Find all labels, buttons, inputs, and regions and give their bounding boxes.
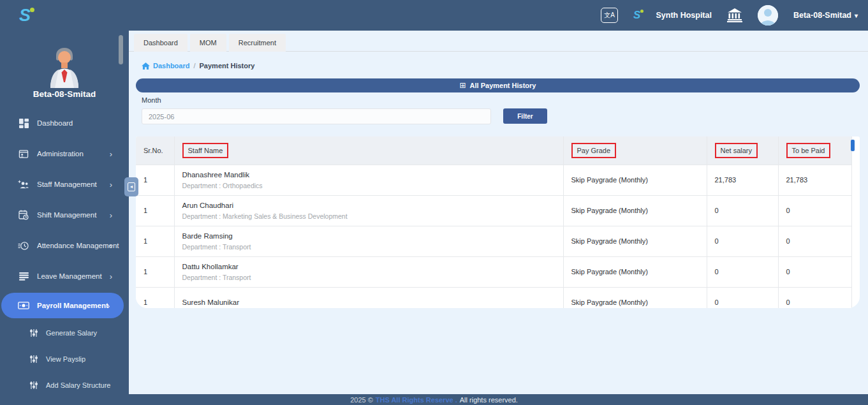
cell-staff: Suresh Malunikar (174, 287, 563, 308)
sidebar-item-label: Leave Management (37, 272, 102, 280)
sidebar-menu: Dashboard Administration › Staff Managem… (0, 108, 129, 395)
sidebar-item-label: Staff Management (37, 180, 97, 188)
month-input[interactable] (142, 108, 491, 124)
user-menu-label: Beta-08-Smitad (793, 11, 851, 20)
column-header-net-salary[interactable]: Net salary (707, 136, 778, 165)
profile-username: Beta-08-Smitad (0, 89, 129, 99)
cell-sr: 1 (136, 256, 174, 287)
sidebar-item-attendance-management[interactable]: Attendance Management › (0, 230, 129, 261)
payment-history-table: Sr.No. Staff Name Pay Grade Net salary T… (136, 136, 852, 308)
chevron-right-icon: › (110, 150, 112, 158)
chevron-right-icon: › (110, 242, 112, 250)
breadcrumb-home-link[interactable]: Dashboard (142, 62, 189, 70)
sidebar-item-shift-management[interactable]: Shift Management › (0, 200, 129, 230)
staff-icon (18, 179, 29, 189)
cell-to-be-paid: 0 (778, 195, 851, 226)
panel-header: ⊞ All Payment History (136, 78, 860, 92)
cell-pay-grade: Skip Paygrade (Monthly) (563, 165, 707, 195)
sidebar-collapse-button[interactable]: ◂ (124, 177, 138, 196)
sidebar-subitem-view-payslip[interactable]: View Payslip (0, 346, 129, 372)
highlight-box: To be Paid (786, 143, 831, 158)
column-header-to-be-paid[interactable]: To be Paid (778, 136, 851, 165)
cell-to-be-paid: 0 (778, 256, 851, 287)
highlight-box: Staff Name (182, 143, 229, 158)
top-navbar: S 文A S Synth Hospital Bet (0, 0, 868, 31)
table-scrollbar-thumb[interactable] (851, 140, 855, 151)
translate-icon[interactable]: 文A (601, 8, 618, 23)
staff-department: Department : Orthopaedics (182, 182, 563, 189)
payroll-icon (18, 300, 29, 311)
user-menu[interactable]: Beta-08-Smitad ▾ (793, 11, 858, 20)
cell-staff: Barde Ramsing Department : Transport (174, 226, 563, 256)
highlight-box: Pay Grade (571, 143, 617, 158)
filter-button[interactable]: Filter (503, 108, 547, 124)
s-logo-small: S (633, 9, 640, 22)
staff-department: Department : Marketing Sales & Business … (182, 212, 563, 220)
sidebar-item-administration[interactable]: Administration › (0, 138, 129, 169)
s-logo-small-dot (640, 10, 644, 13)
cell-pay-grade: Skip Paygrade (Monthly) (563, 287, 707, 308)
chevron-right-icon: › (107, 302, 110, 310)
cell-to-be-paid: 21,783 (778, 165, 851, 195)
administration-icon (18, 149, 29, 159)
cell-sr: 1 (136, 195, 174, 226)
staff-name: Arun Chaudhari (182, 202, 563, 209)
home-icon (142, 63, 150, 70)
tab-mom[interactable]: MOM (190, 34, 226, 52)
shift-icon (18, 210, 29, 220)
translate-glyph: 文A (604, 11, 615, 20)
footer-link[interactable]: THS All Rights Reserve . (376, 396, 457, 404)
month-label: Month (142, 96, 161, 104)
footer: 2025 © THS All Rights Reserve . All righ… (0, 394, 868, 405)
staff-name: Dhanashree Mandlik (182, 171, 563, 179)
sidebar-item-label: Administration (37, 150, 84, 158)
staff-name: Suresh Malunikar (182, 298, 563, 306)
user-avatar[interactable] (758, 5, 778, 26)
cell-net-salary: 21,783 (707, 165, 778, 195)
tab-dashboard[interactable]: Dashboard (134, 34, 188, 52)
user-avatar-icon (758, 5, 778, 26)
sidebar: Beta-08-Smitad Dashboard Administration … (0, 31, 129, 395)
staff-department: Department : Transport (182, 274, 563, 281)
cell-net-salary: 0 (707, 195, 778, 226)
breadcrumb: Dashboard / Payment History (142, 62, 254, 70)
sidebar-item-leave-management[interactable]: Leave Management › (0, 261, 129, 291)
cell-staff: Dhanashree Mandlik Department : Orthopae… (174, 165, 563, 195)
table-row[interactable]: 1 Dhanashree Mandlik Department : Orthop… (136, 165, 851, 195)
sidebar-item-label: Shift Management (37, 211, 96, 219)
column-header-sr-no[interactable]: Sr.No. (136, 136, 174, 165)
page-scrollbar-thumb[interactable] (119, 35, 123, 64)
table-row[interactable]: 1 Suresh Malunikar Skip Paygrade (Monthl… (136, 287, 851, 308)
table-row[interactable]: 1 Dattu Khollamkar Department : Transpor… (136, 256, 851, 287)
tab-strip: Dashboard MOM Recruitment (129, 34, 868, 52)
staff-name: Barde Ramsing (182, 232, 563, 240)
bank-icon[interactable] (727, 8, 742, 22)
app-logo[interactable]: S (19, 6, 30, 26)
table-row[interactable]: 1 Barde Ramsing Department : Transport S… (136, 226, 851, 256)
breadcrumb-separator: / (193, 62, 195, 70)
sidebar-subitem-generate-salary[interactable]: Generate Salary (0, 320, 129, 346)
cell-to-be-paid: 0 (778, 226, 851, 256)
table-row[interactable]: 1 Arun Chaudhari Department : Marketing … (136, 195, 851, 226)
sliders-icon (29, 328, 39, 337)
tab-label: Recruitment (239, 39, 276, 47)
sidebar-item-staff-management[interactable]: Staff Management › (0, 169, 129, 200)
sidebar-subitem-label: View Payslip (46, 355, 85, 363)
sidebar-item-label: Attendance Management (37, 242, 119, 249)
sliders-icon (29, 355, 39, 364)
chevron-down-icon: ▾ (855, 12, 858, 19)
tab-label: MOM (200, 39, 217, 47)
sidebar-subitem-label: Generate Salary (46, 329, 97, 337)
sidebar-item-payroll-management[interactable]: Payroll Management › (1, 293, 124, 318)
sidebar-subitem-add-salary-structure[interactable]: Add Salary Structure (0, 372, 129, 395)
column-header-pay-grade[interactable]: Pay Grade (563, 136, 707, 165)
chevron-right-icon: › (110, 180, 112, 189)
leave-icon (18, 271, 29, 281)
collapse-icon: ◂ (128, 182, 135, 191)
sidebar-item-dashboard[interactable]: Dashboard (0, 108, 129, 138)
column-header-staff-name[interactable]: Staff Name (174, 136, 563, 165)
panel-title: All Payment History (470, 82, 536, 89)
tab-recruitment[interactable]: Recruitment (229, 34, 286, 52)
cell-net-salary: 0 (707, 287, 778, 308)
table-header-row: Sr.No. Staff Name Pay Grade Net salary T… (136, 136, 851, 165)
